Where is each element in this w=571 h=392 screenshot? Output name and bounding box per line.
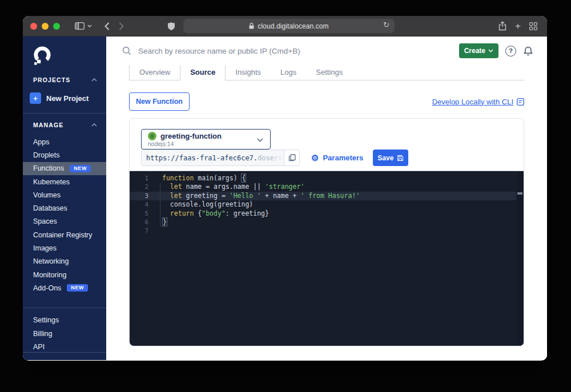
code-line-3[interactable]: 3 let greeting = 'Hello ' + name + ' fro… [130,192,524,200]
manage-section-header[interactable]: MANAGE [33,122,97,128]
code-line-1[interactable]: 1function main(args) { [130,174,524,183]
code-line-6[interactable]: 6} [130,218,524,227]
sidebar-item-databases[interactable]: Databases [23,201,106,215]
sidebar-item-billing[interactable]: Billing [23,327,106,340]
code-segment: { [241,173,246,183]
sidebar-item-settings[interactable]: Settings [23,314,106,327]
sidebar-item-volumes[interactable]: Volumes [23,188,106,201]
sidebar-item-spaces[interactable]: Spaces [23,215,106,228]
copy-url-button[interactable] [284,149,300,166]
code-segment: } [162,217,167,227]
tab-overview[interactable]: Overview [129,65,180,80]
code-segment: main(args) [194,174,241,182]
code-segment: return [170,209,194,217]
code-segment: ' from Hasura!' [300,192,360,200]
tab-insights[interactable]: Insights [226,65,271,80]
tab-label: Settings [316,68,343,76]
global-header: Create ? [106,37,547,65]
save-button[interactable]: Save [373,149,408,166]
code-segment: function [162,174,194,182]
sidebar-item-label: Functions [33,164,64,172]
tab-label: Insights [235,68,261,76]
address-bar[interactable]: cloud.digitalocean.com ↻ [183,19,395,33]
lock-icon [249,23,254,29]
minimize-button[interactable] [42,23,49,30]
sidebar-item-functions[interactable]: FunctionsNEW [23,162,106,175]
sidebar-item-apps[interactable]: Apps [23,135,106,148]
sidebar-item-label: Billing [33,330,52,338]
main-area: Create ? OverviewSourceInsightsLogsSetti… [106,37,547,360]
editor-scrollbar[interactable] [516,171,524,346]
zoom-button[interactable] [53,23,60,30]
code-editor[interactable]: 1function main(args) {2 let name = args.… [130,171,524,346]
code-text: console.log(greeting) [148,200,253,209]
line-number: 6 [130,218,148,227]
search-input[interactable] [138,47,452,55]
digitalocean-logo[interactable] [32,45,53,66]
code-line-7[interactable]: 7 [130,227,524,235]
function-card-header: greeting-function nodejs:14 https://faas… [130,119,524,166]
help-glyph: ? [509,47,513,54]
new-project-label: New Project [46,94,89,103]
develop-locally-label: Develop Locally with CLI [432,98,513,106]
help-button[interactable]: ? [505,46,516,56]
new-function-button[interactable]: New Function [129,92,190,111]
tab-logs[interactable]: Logs [271,65,306,80]
develop-locally-link[interactable]: Develop Locally with CLI [432,98,524,106]
manage-label: MANAGE [33,122,63,128]
tab-overview-icon[interactable] [529,22,537,30]
code-line-5[interactable]: 5 return {"body": greeting} [130,209,524,218]
line-number: 7 [130,227,148,235]
projects-label: PROJECTS [33,76,70,83]
sidebar-item-droplets[interactable]: Droplets [23,148,106,161]
sidebar-item-add-ons[interactable]: Add-OnsNEW [23,281,106,294]
sidebar-item-monitoring[interactable]: Monitoring [23,268,106,281]
refresh-icon[interactable]: ↻ [383,21,389,29]
sidebar-item-networking[interactable]: Networking [23,255,106,268]
code-line-4[interactable]: 4 console.log(greeting) [130,200,524,209]
sidebar-item-images[interactable]: Images [23,241,106,254]
sidebar-item-kubernetes[interactable]: Kubernetes [23,175,106,188]
share-icon[interactable] [498,21,506,31]
copy-icon [288,154,296,161]
chevron-down-icon [488,49,493,52]
code-segment: + name + [261,192,300,200]
sidebar-toggle-icon[interactable] [75,22,85,30]
notifications-bell-icon[interactable] [523,46,533,56]
parameters-button[interactable]: ⚙ Parameters [311,153,363,162]
sidebar-item-label: API [33,343,45,351]
close-button[interactable] [30,23,37,30]
create-button[interactable]: Create [459,43,498,58]
code-text: function main(args) { [148,174,246,183]
new-tab-icon[interactable]: + [515,21,521,31]
code-text: let name = args.name || 'stranger' [148,183,304,191]
sidebar-item-label: Spaces [33,217,57,225]
back-button[interactable] [104,22,110,30]
sidebar-item-container-registry[interactable]: Container Registry [23,228,106,241]
url-text: cloud.digitalocean.com [258,22,328,30]
sidebar-item-api[interactable]: API [23,340,106,353]
parameters-label: Parameters [323,153,363,162]
projects-section-header[interactable]: PROJECTS [33,76,97,83]
tab-settings[interactable]: Settings [306,65,352,80]
code-segment: let [170,192,182,200]
privacy-shield-icon[interactable] [167,22,175,31]
chevron-up-icon [91,78,97,82]
line-number: 2 [130,183,148,191]
tab-source[interactable]: Source [180,65,226,80]
sidebar-item-label: Volumes [33,191,61,199]
code-line-2[interactable]: 2 let name = args.name || 'stranger' [130,183,524,191]
tab-label: Overview [139,68,170,76]
chevron-down-icon[interactable] [87,25,92,27]
new-project-button[interactable]: + New Project [30,92,106,104]
function-url-field[interactable]: https://faas-fra1-afec6ce7.doserver [141,149,284,166]
code-segment [162,192,170,200]
code-segment [162,209,170,217]
code-segment: console.log(greeting) [162,200,253,208]
line-number: 5 [130,209,148,218]
code-segment: let [170,183,182,191]
code-text [148,227,162,235]
function-select-dropdown[interactable]: greeting-function nodejs:14 [141,129,271,149]
function-runtime: nodejs:14 [148,140,270,147]
forward-button[interactable] [119,22,124,30]
